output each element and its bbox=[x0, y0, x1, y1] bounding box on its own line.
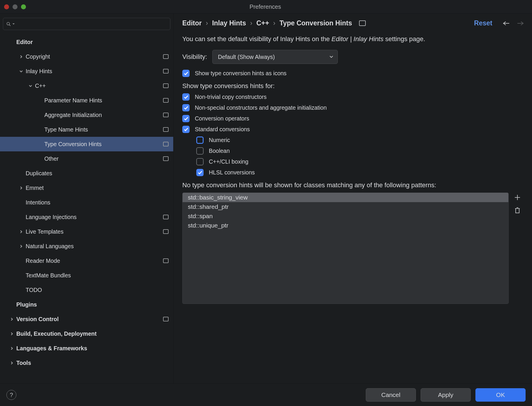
sidebar-item-other[interactable]: Other bbox=[0, 151, 173, 166]
sidebar-item-natural-languages[interactable]: Natural Languages bbox=[0, 239, 173, 253]
sidebar-item-label: Type Name Hints bbox=[44, 126, 161, 133]
sidebar-item-label: Build, Execution, Deployment bbox=[16, 330, 169, 337]
sidebar-item-type-conversion-hints[interactable]: Type Conversion Hints bbox=[0, 137, 173, 151]
close-window-icon[interactable] bbox=[4, 4, 9, 9]
titlebar: Preferences bbox=[0, 0, 532, 14]
scope-project-icon bbox=[163, 69, 169, 74]
sidebar-item-build-execution-deployment[interactable]: Build, Execution, Deployment bbox=[0, 326, 173, 341]
subcheck-label: HLSL conversions bbox=[209, 169, 255, 176]
sidebar-item-inlay-hints[interactable]: Inlay Hints bbox=[0, 64, 173, 78]
cancel-button[interactable]: Cancel bbox=[366, 388, 416, 402]
sidebar-item-intentions[interactable]: Intentions bbox=[0, 195, 173, 210]
content-header: Editor › Inlay Hints › C++ › Type Conver… bbox=[174, 14, 532, 31]
check-non-special-constructors-and-aggregate-initialization[interactable]: Non-special constructors and aggregate i… bbox=[182, 104, 523, 111]
traffic-lights bbox=[4, 4, 26, 9]
sidebar-item-label: Language Injections bbox=[26, 214, 161, 220]
help-button[interactable]: ? bbox=[6, 390, 16, 400]
ok-button[interactable]: OK bbox=[475, 388, 526, 402]
checkbox-icon bbox=[182, 126, 190, 133]
subcheck-label: C++/CLI boxing bbox=[209, 158, 249, 165]
pattern-row[interactable]: std::unique_ptr bbox=[183, 221, 508, 230]
scope-project-icon bbox=[163, 142, 169, 146]
sidebar-item-tools[interactable]: Tools bbox=[0, 356, 173, 370]
sidebar-item-aggregate-initialization[interactable]: Aggregate Initialization bbox=[0, 108, 173, 122]
forward-icon[interactable] bbox=[517, 21, 524, 26]
sidebar-item-live-templates[interactable]: Live Templates bbox=[0, 224, 173, 239]
sidebar-item-label: Aggregate Initialization bbox=[44, 112, 161, 118]
scope-project-icon bbox=[163, 229, 169, 234]
check-standard-conversions[interactable]: Standard conversions bbox=[182, 126, 523, 133]
crumb-editor[interactable]: Editor bbox=[182, 19, 202, 27]
chevron-right-icon bbox=[7, 346, 16, 350]
add-icon[interactable] bbox=[514, 194, 521, 201]
exclude-patterns-list[interactable]: std::basic_string_viewstd::shared_ptrstd… bbox=[182, 192, 509, 304]
check-non-trivial-copy-constructors[interactable]: Non-trivial copy constructors bbox=[182, 93, 523, 101]
sidebar-item-label: TODO bbox=[26, 287, 169, 293]
pattern-row[interactable]: std::basic_string_view bbox=[183, 193, 508, 202]
checkbox-icon bbox=[196, 158, 204, 165]
checkbox-icon bbox=[182, 104, 190, 111]
show-icons-check[interactable]: Show type conversion hints as icons bbox=[182, 70, 523, 77]
sidebar-item-c-[interactable]: C++ bbox=[0, 78, 173, 93]
subcheck-numeric[interactable]: Numeric bbox=[196, 136, 523, 144]
subcheck-boolean[interactable]: Boolean bbox=[196, 147, 523, 155]
sidebar-item-language-injections[interactable]: Language Injections bbox=[0, 210, 173, 224]
sidebar-item-plugins[interactable]: Plugins bbox=[0, 297, 173, 312]
scope-project-icon bbox=[359, 20, 366, 26]
sidebar-item-textmate-bundles[interactable]: TextMate Bundles bbox=[0, 268, 173, 283]
settings-form: You can set the default visibility of In… bbox=[174, 31, 532, 384]
checkbox-icon bbox=[182, 93, 190, 101]
check-label: Non-trivial copy constructors bbox=[195, 94, 267, 100]
chevron-right-icon bbox=[16, 55, 26, 59]
sidebar-item-label: TextMate Bundles bbox=[26, 272, 169, 279]
sidebar-item-label: Parameter Name Hints bbox=[44, 97, 161, 104]
sidebar-item-type-name-hints[interactable]: Type Name Hints bbox=[0, 122, 173, 137]
subcheck-hlsl-conversions[interactable]: HLSL conversions bbox=[196, 169, 523, 176]
scope-project-icon bbox=[163, 258, 169, 263]
search-field[interactable] bbox=[16, 20, 167, 27]
check-label: Conversion operators bbox=[195, 115, 249, 122]
visibility-value: Default (Show Always) bbox=[218, 54, 275, 60]
sidebar-item-duplicates[interactable]: Duplicates bbox=[0, 166, 173, 181]
scope-project-icon bbox=[163, 54, 169, 59]
scope-project-icon bbox=[163, 98, 169, 103]
scope-project-icon bbox=[163, 127, 169, 132]
sidebar-item-label: Duplicates bbox=[26, 170, 169, 177]
chevron-down-icon bbox=[26, 84, 35, 88]
checkbox-icon bbox=[182, 115, 190, 122]
checkbox-icon bbox=[182, 70, 190, 77]
check-conversion-operators[interactable]: Conversion operators bbox=[182, 115, 523, 122]
sidebar-item-editor[interactable]: Editor bbox=[0, 35, 173, 49]
minimize-window-icon[interactable] bbox=[13, 4, 18, 9]
sidebar-item-copyright[interactable]: Copyright bbox=[0, 49, 173, 64]
pattern-row[interactable]: std::span bbox=[183, 211, 508, 221]
settings-tree[interactable]: EditorCopyrightInlay HintsC++Parameter N… bbox=[0, 33, 173, 384]
apply-button[interactable]: Apply bbox=[421, 388, 471, 402]
search-input[interactable] bbox=[3, 18, 170, 30]
content-panel: Editor › Inlay Hints › C++ › Type Conver… bbox=[174, 14, 532, 384]
sidebar-item-emmet[interactable]: Emmet bbox=[0, 181, 173, 195]
sidebar-item-parameter-name-hints[interactable]: Parameter Name Hints bbox=[0, 93, 173, 108]
sidebar-item-version-control[interactable]: Version Control bbox=[0, 312, 173, 326]
back-icon[interactable] bbox=[503, 21, 510, 26]
chevron-right-icon bbox=[7, 317, 16, 321]
zoom-window-icon[interactable] bbox=[21, 4, 26, 9]
sidebar-item-label: Emmet bbox=[26, 185, 169, 191]
subcheck-c-cli-boxing[interactable]: C++/CLI boxing bbox=[196, 158, 523, 165]
check-label: Non-special constructors and aggregate i… bbox=[195, 104, 327, 111]
crumb-inlay-hints[interactable]: Inlay Hints bbox=[212, 19, 246, 27]
sidebar-item-label: Inlay Hints bbox=[26, 68, 161, 75]
search-icon bbox=[6, 22, 11, 27]
body: EditorCopyrightInlay HintsC++Parameter N… bbox=[0, 14, 532, 384]
sidebar-item-languages-frameworks[interactable]: Languages & Frameworks bbox=[0, 341, 173, 356]
sidebar-item-todo[interactable]: TODO bbox=[0, 283, 173, 297]
reset-link[interactable]: Reset bbox=[474, 19, 492, 27]
crumb-cpp[interactable]: C++ bbox=[256, 19, 269, 27]
pattern-row[interactable]: std::shared_ptr bbox=[183, 202, 508, 211]
sidebar-item-reader-mode[interactable]: Reader Mode bbox=[0, 253, 173, 268]
chevron-right-icon: › bbox=[206, 19, 208, 27]
check-label: Standard conversions bbox=[195, 126, 250, 133]
delete-icon[interactable] bbox=[514, 207, 521, 214]
sidebar-item-label: Copyright bbox=[26, 53, 161, 60]
visibility-select[interactable]: Default (Show Always) bbox=[212, 50, 338, 64]
